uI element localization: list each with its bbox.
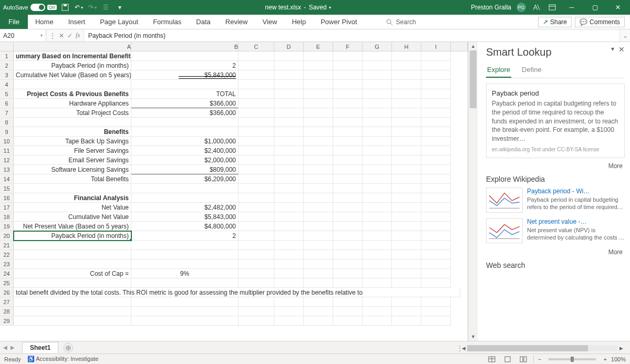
cell[interactable] bbox=[392, 108, 421, 118]
cell[interactable] bbox=[239, 184, 274, 193]
cell[interactable] bbox=[304, 51, 333, 61]
cell[interactable]: Payback Period (in months) bbox=[14, 61, 131, 70]
cell[interactable] bbox=[333, 89, 363, 99]
cell[interactable] bbox=[14, 80, 131, 89]
cell[interactable] bbox=[333, 127, 363, 137]
cell[interactable] bbox=[333, 61, 363, 70]
cell[interactable] bbox=[421, 203, 451, 212]
cell[interactable] bbox=[239, 165, 274, 174]
row-header[interactable]: 15 bbox=[0, 184, 14, 193]
cell[interactable] bbox=[392, 99, 421, 108]
cell[interactable] bbox=[304, 203, 333, 212]
formula-expand-icon[interactable]: ⌄ bbox=[619, 29, 630, 41]
fx-icon[interactable]: fx bbox=[76, 32, 80, 39]
cell[interactable] bbox=[363, 165, 392, 174]
table-row[interactable]: 11File Server Savings$2,400,000 bbox=[0, 146, 468, 155]
col-header-C[interactable]: C bbox=[239, 42, 274, 51]
cell[interactable] bbox=[333, 241, 363, 250]
view-page-layout-icon[interactable] bbox=[502, 355, 513, 363]
result-card[interactable]: Payback period Payback period in capital… bbox=[486, 84, 625, 158]
cell[interactable]: Net Value bbox=[14, 203, 131, 212]
cell[interactable] bbox=[421, 51, 451, 61]
cell[interactable]: File Server Savings bbox=[14, 146, 131, 155]
row-header[interactable]: 1 bbox=[0, 51, 14, 61]
cell[interactable]: $2,400,000 bbox=[131, 146, 239, 155]
cell[interactable] bbox=[333, 165, 363, 174]
row-header[interactable]: 13 bbox=[0, 165, 14, 174]
add-sheet-button[interactable]: ⊕ bbox=[64, 343, 73, 352]
cell[interactable]: $5,843,000 bbox=[131, 70, 239, 80]
row-header[interactable]: 7 bbox=[0, 108, 14, 118]
row-header[interactable]: 19 bbox=[0, 222, 14, 231]
cell[interactable] bbox=[274, 127, 304, 137]
cell[interactable] bbox=[363, 193, 392, 203]
cell[interactable] bbox=[14, 316, 131, 326]
cell[interactable] bbox=[274, 307, 304, 316]
zoom-out-button[interactable]: − bbox=[538, 356, 541, 362]
table-row[interactable]: 9Benefits bbox=[0, 127, 468, 137]
cell[interactable] bbox=[333, 146, 363, 155]
scroll-down-icon[interactable]: ▼ bbox=[469, 332, 478, 341]
cell[interactable]: $366,000 bbox=[131, 99, 239, 108]
cell[interactable] bbox=[363, 241, 392, 250]
cell[interactable] bbox=[131, 250, 239, 259]
user-avatar[interactable]: PG bbox=[517, 3, 526, 12]
zoom-in-button[interactable]: + bbox=[603, 356, 606, 362]
row-header[interactable]: 27 bbox=[0, 297, 14, 307]
cell[interactable] bbox=[131, 80, 239, 89]
cell[interactable] bbox=[363, 146, 392, 155]
cell[interactable] bbox=[421, 307, 451, 316]
cell[interactable] bbox=[421, 80, 451, 89]
cell[interactable] bbox=[333, 80, 363, 89]
table-row[interactable]: 19Net Present Value (Based on 5 years)$4… bbox=[0, 222, 468, 231]
cell[interactable]: 9% bbox=[131, 269, 239, 278]
col-header-E[interactable]: E bbox=[304, 42, 333, 51]
cell[interactable] bbox=[363, 155, 392, 165]
cell[interactable] bbox=[239, 155, 274, 165]
minimize-button[interactable]: ─ bbox=[563, 0, 581, 15]
table-row[interactable]: 12Email Server Savings$2,000,000 bbox=[0, 155, 468, 165]
cell[interactable] bbox=[333, 250, 363, 259]
cell[interactable] bbox=[333, 99, 363, 108]
cell[interactable] bbox=[363, 278, 392, 288]
table-row[interactable]: 16Financial Analysis bbox=[0, 193, 468, 203]
tab-data[interactable]: Data bbox=[189, 15, 218, 29]
cell[interactable] bbox=[363, 137, 392, 146]
formula-options-icon[interactable]: ⋮ bbox=[49, 32, 56, 39]
cell[interactable] bbox=[239, 146, 274, 155]
cell[interactable] bbox=[333, 51, 363, 61]
row-header[interactable]: 21 bbox=[0, 241, 14, 250]
pane-close-icon[interactable]: ✕ bbox=[618, 45, 625, 54]
redo-icon[interactable]: ↷▾ bbox=[87, 2, 98, 13]
cell[interactable]: $1,000,000 bbox=[131, 137, 239, 146]
cell[interactable]: Net Present Value (Based on 5 years) bbox=[14, 222, 131, 231]
cell[interactable] bbox=[392, 250, 421, 259]
tab-help[interactable]: Help bbox=[284, 15, 313, 29]
qat-customize-icon[interactable]: ▾ bbox=[115, 2, 125, 13]
cell[interactable] bbox=[239, 259, 274, 269]
pane-scrollbar[interactable]: ∧ ∨ bbox=[624, 84, 625, 339]
table-row[interactable]: 8 bbox=[0, 118, 468, 127]
cell[interactable] bbox=[421, 146, 451, 155]
cell[interactable] bbox=[14, 250, 131, 259]
table-row[interactable]: 7Total Project Costs$366,000 bbox=[0, 108, 468, 118]
cell[interactable]: Financial Analysis bbox=[14, 193, 131, 203]
cell[interactable] bbox=[239, 278, 274, 288]
share-button[interactable]: ↗Share bbox=[538, 17, 572, 27]
cell[interactable] bbox=[274, 259, 304, 269]
cell[interactable] bbox=[392, 146, 421, 155]
cell[interactable] bbox=[333, 231, 363, 241]
cell[interactable] bbox=[421, 70, 451, 80]
formula-accept-icon[interactable]: ✓ bbox=[67, 32, 73, 39]
cell[interactable]: 2 bbox=[131, 61, 239, 70]
cell[interactable] bbox=[131, 241, 239, 250]
cell[interactable] bbox=[333, 118, 363, 127]
cell[interactable] bbox=[304, 269, 333, 278]
cell[interactable] bbox=[14, 259, 131, 269]
row-header[interactable]: 24 bbox=[0, 269, 14, 278]
sheet-nav-prev-icon[interactable]: ◀ bbox=[3, 345, 7, 350]
table-row[interactable]: 5Project Costs & Previous BenefitsTOTAL bbox=[0, 89, 468, 99]
cell[interactable] bbox=[421, 108, 451, 118]
row-header[interactable]: 11 bbox=[0, 146, 14, 155]
cell[interactable] bbox=[421, 250, 451, 259]
